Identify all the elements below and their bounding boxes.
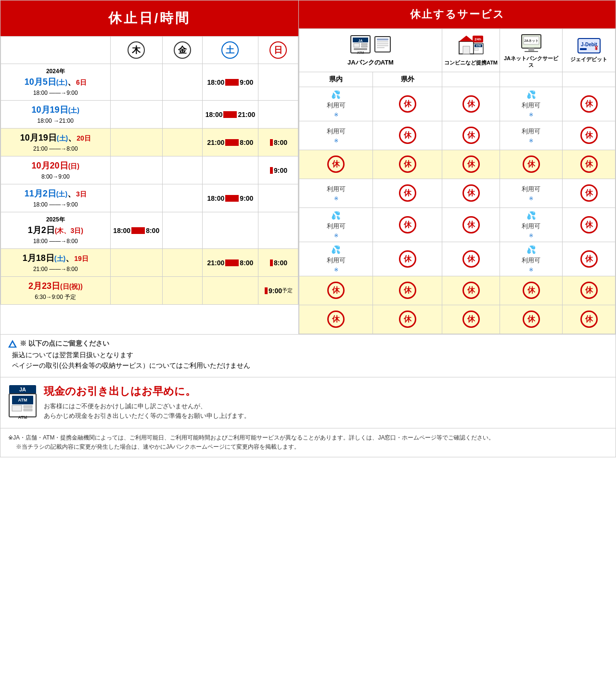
kyu-mark: 休 bbox=[462, 216, 480, 233]
footer-section: ※JA・店舗・ATM・提携金融機関によっては、ご利用可能日、ご利用可能時間および… bbox=[0, 428, 616, 457]
svg-text:ATM: ATM bbox=[357, 51, 364, 54]
service-cell: 休 bbox=[563, 121, 616, 150]
service-cell: 利用可※ bbox=[500, 121, 563, 150]
time-bar bbox=[225, 79, 239, 86]
footer-line-1: ※JA・店舗・ATM・提携金融機関によっては、ご利用可能日、ご利用可能時間および… bbox=[8, 433, 608, 442]
schedule-day-cell: 18:008:00 bbox=[110, 212, 162, 249]
warning-label: ※ 以下の点にご留意ください bbox=[20, 339, 109, 348]
kyu-mark: 休 bbox=[399, 184, 416, 202]
bottom-section: JA ATM ATM 現金のお引き出しはお早めに。 お客様にはご不便をおかけし誠… bbox=[0, 377, 616, 429]
kyu-mark: 休 bbox=[523, 311, 540, 328]
droplet-icon: 💦 bbox=[526, 211, 536, 220]
service-cell: 休 bbox=[373, 150, 442, 179]
j-debit-label: ジェイデビット bbox=[570, 56, 607, 63]
schedule-date-cell: 10月19日(土)18:00 →21:00 bbox=[1, 101, 111, 129]
service-cell: 休 bbox=[373, 121, 442, 150]
service-cell: 休 bbox=[299, 305, 373, 334]
kyu-mark: 休 bbox=[462, 155, 480, 173]
schedule-table: 木 金 土 日 2024年10月5日(土)、6日18:00 ——→9:0018:… bbox=[0, 36, 298, 305]
svg-rect-13 bbox=[377, 47, 385, 48]
schedule-day-cell bbox=[110, 277, 162, 305]
schedule-date-cell: 2024年10月5日(土)、6日18:00 ——→9:00 bbox=[1, 64, 111, 101]
service-cell: 💦利用可※ bbox=[299, 87, 373, 121]
kyu-mark: 休 bbox=[580, 311, 598, 328]
svg-text:¥: ¥ bbox=[594, 45, 598, 52]
schedule-day-cell bbox=[258, 101, 298, 129]
svg-text:24h: 24h bbox=[475, 37, 481, 41]
schedule-day-cell: 9:00 予定 bbox=[258, 277, 298, 305]
service-cell: 休 bbox=[373, 87, 442, 121]
kyu-mark: 休 bbox=[462, 282, 480, 299]
service-cell: 休 bbox=[500, 150, 563, 179]
schedule-day-cell bbox=[162, 156, 202, 184]
service-cell: 休 bbox=[563, 150, 616, 179]
schedule-day-cell bbox=[162, 212, 202, 249]
schedule-day-cell bbox=[162, 64, 202, 101]
svg-rect-12 bbox=[377, 45, 388, 46]
schedule-date-cell: 2月23日(日(祝))6:30→9:00 予定 bbox=[1, 277, 111, 305]
service-row: 休休休休休 bbox=[299, 305, 616, 334]
notes-section: ※ 以下の点にご留意ください 振込については翌営業日扱いとなります ペイジーの取… bbox=[0, 335, 616, 377]
service-cell: 休 bbox=[373, 242, 442, 276]
kyu-mark: 休 bbox=[580, 184, 598, 202]
service-cell: 利用可※ bbox=[500, 179, 563, 207]
right-title: 休止するサービス bbox=[299, 0, 616, 28]
left-panel: 休止日/時間 木 金 土 日 bbox=[0, 0, 298, 335]
svg-rect-10 bbox=[377, 41, 388, 42]
svg-rect-37 bbox=[12, 405, 22, 411]
schedule-date-cell: 11月2日(土)、3日18:00 ——→9:00 bbox=[1, 184, 111, 212]
service-row: 利用可※休休利用可※休 bbox=[299, 179, 616, 207]
konbini-label: コンビニなど提携ATM bbox=[444, 59, 498, 66]
ja-net-icon: JAネット bbox=[521, 32, 542, 53]
schedule-day-cell: 21:008:00 bbox=[202, 129, 258, 156]
kyu-mark: 休 bbox=[399, 155, 416, 173]
note-item-2: ペイジーの取引(公共料金等の収納サービス）についてはご利用いただけません bbox=[8, 362, 608, 370]
service-row: 💦利用可※休休💦利用可※休 bbox=[299, 87, 616, 121]
schedule-day-cell bbox=[202, 277, 258, 305]
svg-rect-16 bbox=[463, 46, 470, 54]
schedule-day-cell bbox=[110, 249, 162, 277]
schedule-day-cell: 18:009:00 bbox=[202, 184, 258, 212]
service-cell: 休 bbox=[500, 276, 563, 305]
schedule-day-cell bbox=[258, 64, 298, 101]
kyu-mark: 休 bbox=[580, 282, 598, 299]
svg-rect-9 bbox=[377, 39, 388, 40]
service-cell: 休 bbox=[563, 179, 616, 207]
service-cell: 休 bbox=[442, 121, 500, 150]
kyu-mark: 休 bbox=[327, 282, 345, 299]
kyu-mark: 休 bbox=[580, 155, 598, 173]
kyu-mark: 休 bbox=[580, 216, 598, 233]
schedule-day-cell: 8:00 bbox=[258, 249, 298, 277]
left-title: 休止日/時間 bbox=[0, 0, 298, 36]
header-thu: 木 bbox=[110, 37, 162, 64]
svg-rect-11 bbox=[377, 43, 388, 44]
droplet-icon: 💦 bbox=[331, 211, 341, 220]
service-cell: 休 bbox=[442, 150, 500, 179]
schedule-date-cell: 1月18日(土)、19日21:00 ——→8:00 bbox=[1, 249, 111, 277]
kyu-mark: 休 bbox=[462, 95, 480, 113]
schedule-day-cell bbox=[110, 101, 162, 129]
ja-atm-icon: JA ATM bbox=[350, 34, 371, 55]
service-cell: 休 bbox=[563, 87, 616, 121]
service-row: 休休休休休 bbox=[299, 150, 616, 179]
droplet-icon: 💦 bbox=[526, 90, 536, 99]
ja-atm-label: JAバンクのATM bbox=[347, 58, 394, 67]
service-cell: 利用可※ bbox=[299, 121, 373, 150]
kyu-mark: 休 bbox=[399, 127, 416, 144]
svg-rect-26 bbox=[528, 48, 534, 51]
service-cell: 休 bbox=[442, 179, 500, 207]
service-cell: 💦利用可※ bbox=[299, 207, 373, 242]
note-warning: ※ 以下の点にご留意ください bbox=[8, 339, 608, 348]
schedule-date-cell: 2025年1月2日(木、3日)18:00 ——→8:00 bbox=[1, 212, 111, 249]
kyu-mark: 休 bbox=[580, 95, 598, 113]
bottom-sub-text-2: あらかじめ現金をお引き出しいただく等のご準備をお願い申し上げます。 bbox=[44, 412, 250, 419]
service-cell: 休 bbox=[373, 305, 442, 334]
schedule-day-cell bbox=[110, 129, 162, 156]
kyu-mark: 休 bbox=[399, 311, 416, 328]
bottom-text-block: 現金のお引き出しはお早めに。 お客様にはご不便をおかけし誠に申し訳ございませんが… bbox=[44, 384, 608, 422]
time-bar bbox=[225, 259, 239, 266]
konbini-header: 24h ATM コンビニなど提携ATM bbox=[442, 29, 500, 72]
service-cell: 休 bbox=[563, 207, 616, 242]
service-cell: 💦利用可※ bbox=[500, 207, 563, 242]
svg-text:JA: JA bbox=[19, 387, 26, 392]
